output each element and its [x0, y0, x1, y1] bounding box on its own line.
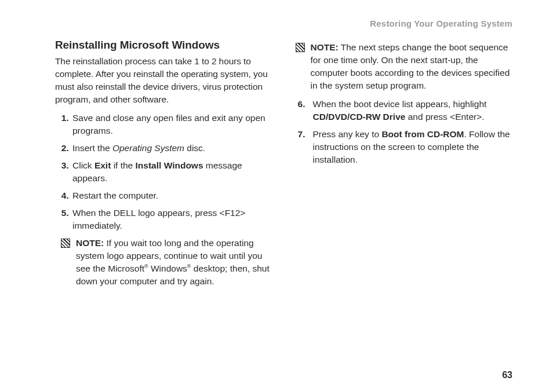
text: Windows	[148, 263, 187, 273]
ui-boot-cdrom: Boot from CD-ROM	[381, 129, 464, 139]
section-heading: Reinstalling Microsoft Windows	[55, 39, 272, 52]
disc-name: Operating System	[112, 143, 184, 153]
intro-paragraph: The reinstallation process can take 1 to…	[55, 55, 272, 106]
step-list: Save and close any open files and exit a…	[55, 112, 272, 232]
column-right: NOTE: The next steps change the boot seq…	[296, 39, 513, 294]
note-text: NOTE: The next steps change the boot seq…	[311, 41, 513, 92]
column-left: Reinstalling Microsoft Windows The reins…	[55, 39, 272, 294]
step-4: Restart the computer.	[71, 189, 272, 202]
text: if the	[111, 160, 135, 170]
step-3: Click Exit if the Install Windows messag…	[71, 159, 272, 185]
note-icon	[61, 239, 70, 248]
manual-page: Restoring Your Operating System Reinstal…	[0, 0, 553, 392]
note-icon	[296, 43, 305, 52]
note-block: NOTE: The next steps change the boot seq…	[296, 41, 513, 92]
step-7: Press any key to Boot from CD-ROM. Follo…	[312, 128, 513, 166]
step-1: Save and close any open files and exit a…	[71, 112, 272, 137]
step-6: When the boot device list appears, highl…	[312, 98, 513, 123]
text: Insert the	[72, 143, 112, 153]
reg-mark: ®	[187, 263, 191, 269]
step-5: When the DELL logo appears, press <F12> …	[71, 207, 272, 232]
ui-exit: Exit	[94, 160, 111, 170]
text: disc.	[184, 143, 205, 153]
page-number: 63	[502, 370, 512, 380]
step-list-continued: When the boot device list appears, highl…	[296, 98, 513, 166]
reg-mark: ®	[144, 263, 148, 269]
note-label: NOTE:	[76, 238, 104, 248]
step-2: Insert the Operating System disc.	[71, 142, 272, 155]
two-column-layout: Reinstalling Microsoft Windows The reins…	[55, 39, 512, 294]
note-label: NOTE:	[311, 42, 339, 52]
note-text: NOTE: If you wait too long and the opera…	[76, 237, 272, 288]
text: The next steps change the boot sequence …	[311, 42, 510, 90]
ui-install-windows: Install Windows	[136, 160, 203, 170]
text: and press <Enter>.	[405, 112, 484, 122]
running-head: Restoring Your Operating System	[55, 19, 512, 28]
note-block: NOTE: If you wait too long and the opera…	[61, 237, 272, 288]
text: Click	[72, 160, 94, 170]
text: When the boot device list appears, highl…	[313, 99, 487, 109]
ui-drive: CD/DVD/CD-RW Drive	[313, 112, 406, 122]
text: Press any key to	[313, 129, 382, 139]
